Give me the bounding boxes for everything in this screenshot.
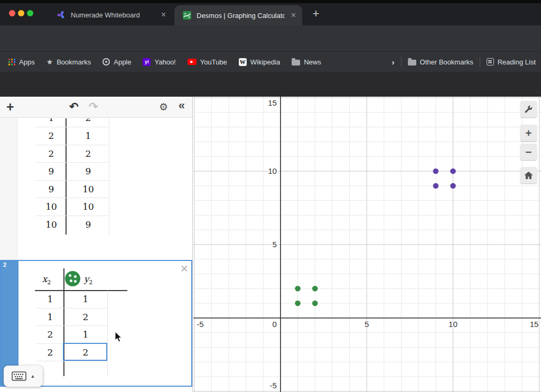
axis-tick-label: 5	[365, 320, 369, 329]
add-expression-icon[interactable]: +	[6, 99, 14, 115]
var-name: y	[84, 274, 89, 284]
bookmark-youtube[interactable]: ▶ YouTube	[188, 58, 227, 66]
tab-desmos[interactable]: Desmos | Graphing Calculato ×	[174, 5, 302, 25]
table-row[interactable]: 2 2	[0, 145, 192, 163]
table-row[interactable]: 2 1	[0, 127, 192, 145]
table-row[interactable]: 1 2	[1, 309, 191, 326]
bookmarks-bar: Apps ★ Bookmarks Apple y! Yahoo! ▶ YouTu…	[0, 52, 541, 72]
table-cell[interactable]: 9	[72, 163, 104, 181]
table-cell[interactable]: 1	[72, 127, 104, 145]
table-cell[interactable]: 2	[34, 326, 66, 344]
collapse-panel-icon[interactable]: «	[179, 99, 185, 113]
zoom-out-button[interactable]: −	[520, 144, 537, 160]
table-cell[interactable]: 2	[72, 145, 104, 163]
data-point[interactable]	[295, 286, 301, 292]
caret-up-icon: ▲	[31, 374, 35, 379]
table-cell[interactable]: 10	[72, 181, 104, 199]
axis-tick-label: -5	[270, 381, 277, 390]
tab-strip: Numerade Whiteboard × Desmos | Graphing …	[0, 0, 541, 25]
graph-settings-button[interactable]	[520, 101, 537, 117]
bookmark-label: Yahoo!	[154, 58, 175, 66]
graph-canvas[interactable]: -5051015-551015	[193, 97, 541, 392]
bookmark-label: Other Bookmarks	[420, 58, 473, 66]
table-row[interactable]: 2 1	[1, 326, 191, 344]
axis-tick-label: 10	[268, 166, 277, 175]
tab-close-icon[interactable]: ×	[155, 10, 172, 20]
home-view-button[interactable]	[520, 167, 537, 183]
bookmark-yahoo[interactable]: y! Yahoo!	[143, 58, 175, 66]
tab-numerade[interactable]: Numerade Whiteboard ×	[49, 6, 172, 23]
divider	[480, 57, 480, 67]
bookmark-label: Apps	[19, 58, 35, 66]
axis-tick-label: 15	[268, 98, 277, 107]
bookmark-apps[interactable]: Apps	[8, 58, 35, 66]
mouse-cursor	[115, 331, 123, 343]
table-cell[interactable]: 10	[35, 216, 67, 234]
bookmark-news[interactable]: News	[292, 58, 321, 66]
bookmark-label: Reading List	[498, 58, 536, 66]
point-style-icon[interactable]	[65, 271, 80, 286]
home-icon	[524, 171, 533, 180]
table-row[interactable]: 10 10	[0, 198, 192, 216]
desmos-favicon	[183, 11, 191, 20]
table-row[interactable]: 10 9	[0, 216, 192, 234]
table-row[interactable]: 9 10	[0, 181, 192, 199]
table-cell[interactable]: 9	[35, 181, 67, 199]
keyboard-toggle-button[interactable]: ▲	[4, 366, 43, 387]
undo-icon[interactable]: ↶	[69, 100, 79, 113]
data-point[interactable]	[450, 183, 456, 189]
fullscreen-window-button[interactable]	[27, 10, 33, 16]
table-row[interactable]: 1 2	[0, 118, 192, 127]
table-cell[interactable]: 9	[35, 163, 67, 181]
numerade-favicon	[57, 11, 66, 19]
table-cell[interactable]: 1	[35, 118, 67, 127]
table-cell[interactable]: 10	[35, 198, 67, 216]
new-tab-button[interactable]: +	[309, 7, 323, 21]
youtube-icon: ▶	[188, 59, 197, 65]
table-cell[interactable]: 2	[35, 127, 67, 145]
delete-expression-icon[interactable]: ×	[180, 261, 188, 276]
data-point[interactable]	[312, 286, 318, 292]
bookmark-apple[interactable]: Apple	[102, 58, 131, 66]
column-header-x2[interactable]: x2	[31, 270, 62, 292]
data-point[interactable]	[450, 169, 456, 174]
reading-list-icon	[487, 58, 494, 66]
data-point[interactable]	[295, 301, 301, 306]
graph-area[interactable]: -5051015-551015 + −	[193, 97, 541, 392]
table-cell[interactable]: 1	[34, 291, 66, 309]
zoom-in-button[interactable]: +	[520, 125, 537, 141]
expression-1-table[interactable]: 1 2 2 1 2 2 9 9 9 10 10 10	[0, 118, 192, 260]
table-cell[interactable]: 1	[34, 309, 66, 326]
reading-list[interactable]: Reading List	[487, 58, 536, 66]
bookmark-wikipedia[interactable]: W Wikipedia	[239, 58, 280, 66]
browser-toolbar: ← → ↻ desmos.com/calculator ☆ J Error ⋮	[0, 25, 541, 52]
column-header-y2[interactable]: y2	[79, 270, 97, 292]
table-row[interactable]: 1 1	[1, 291, 191, 309]
browser-window: Numerade Whiteboard × Desmos | Graphing …	[0, 0, 541, 392]
expressions-toolbar: + ↶ ↷ ⚙ «	[0, 97, 192, 118]
table-row[interactable]: 9 9	[0, 163, 192, 181]
bookmarks-overflow-icon[interactable]: ›	[392, 58, 395, 67]
folder-icon	[292, 60, 300, 66]
table-cell[interactable]: 10	[72, 198, 104, 216]
table-cell[interactable]: 2	[72, 118, 104, 127]
settings-gear-icon[interactable]: ⚙	[159, 101, 168, 113]
table-cell[interactable]: 1	[70, 291, 101, 309]
minimize-window-button[interactable]	[18, 10, 24, 16]
data-point[interactable]	[433, 183, 439, 189]
table-cell[interactable]: 2	[35, 145, 67, 163]
data-point[interactable]	[312, 301, 318, 306]
other-bookmarks[interactable]: Other Bookmarks	[408, 58, 473, 66]
table-cell[interactable]: 2	[70, 309, 101, 326]
axis-tick-label: 5	[273, 240, 277, 249]
tab-close-icon[interactable]: ×	[285, 11, 302, 20]
bookmarks-right-cluster: › Other Bookmarks Reading List	[392, 57, 536, 67]
bookmark-bookmarks[interactable]: ★ Bookmarks	[46, 58, 91, 66]
table-cell[interactable]: 1	[70, 326, 101, 344]
apple-icon	[102, 58, 110, 66]
table-cell[interactable]: 2	[34, 344, 66, 362]
data-point[interactable]	[433, 169, 439, 174]
apps-grid-icon	[8, 59, 15, 66]
table-cell[interactable]: 9	[72, 216, 104, 234]
close-window-button[interactable]	[9, 10, 15, 16]
